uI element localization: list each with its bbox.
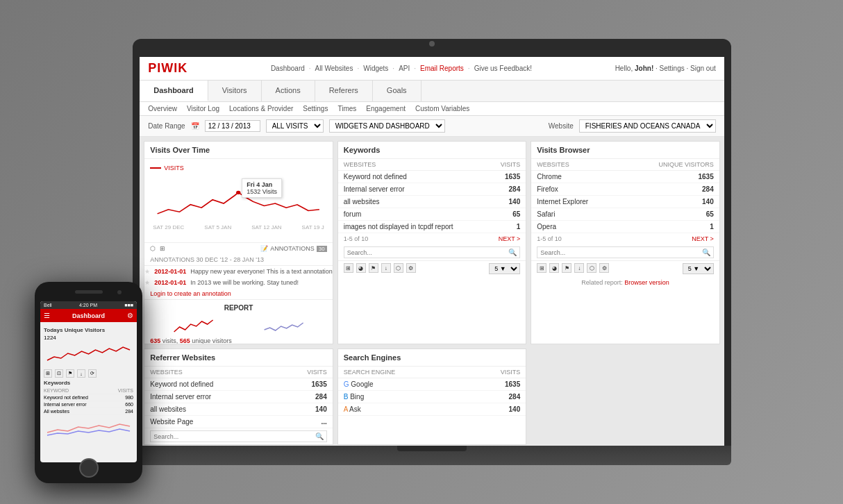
calendar-icon: 📅 bbox=[191, 122, 199, 130]
search-engine-row-2: B Bing 284 bbox=[338, 391, 526, 403]
subnav-engagement[interactable]: Engagement bbox=[366, 105, 406, 112]
nav-all-websites[interactable]: All Websites bbox=[315, 65, 353, 72]
ask-icon: A bbox=[344, 405, 348, 413]
report-section: REPORT bbox=[144, 299, 333, 344]
settings-link[interactable]: Settings bbox=[660, 65, 685, 72]
browser-search-bar: 🔍 bbox=[537, 246, 714, 258]
keywords-next[interactable]: NEXT > bbox=[499, 235, 521, 242]
piwik-logo: PIWIK bbox=[148, 61, 187, 76]
tab-dashboard[interactable]: Dashboard bbox=[140, 81, 208, 101]
phone-home-button[interactable] bbox=[79, 458, 99, 478]
keywords-search-input[interactable] bbox=[347, 249, 509, 256]
browser-col-header: WEBSITES UNIQUE VISITORS bbox=[531, 159, 719, 171]
visits-filter[interactable]: ALL VISITS bbox=[266, 119, 324, 133]
icon-flag[interactable]: ⚑ bbox=[369, 263, 378, 273]
annotation-icon: 📝 bbox=[260, 245, 268, 252]
nav-feedback[interactable]: Give us Feedback! bbox=[474, 65, 532, 72]
visits-over-time-title: Visits Over Time bbox=[144, 142, 333, 159]
referrer-search-input[interactable] bbox=[153, 433, 315, 440]
annotation-item-2: ★ 2012-01-01 In 2013 we will be working.… bbox=[144, 277, 333, 288]
phone-kw-row-1: Keyword not defined 980 bbox=[44, 394, 133, 401]
browser-search-icon: 🔍 bbox=[702, 249, 710, 256]
annotation-login: Login to create an annotation bbox=[144, 288, 333, 299]
keywords-row-2: Internal server error 284 bbox=[338, 183, 526, 196]
referrer-row-3: all websites 140 bbox=[144, 403, 333, 416]
keywords-row-3: all websites 140 bbox=[338, 196, 526, 208]
search-engines-widget: Search Engines SEARCH ENGINE VISITS G Go… bbox=[337, 348, 527, 445]
b-icon-share[interactable]: ⬡ bbox=[587, 263, 596, 273]
laptop-device: PIWIK Dashboard · All Websites · Widgets… bbox=[133, 39, 731, 465]
referrer-search-icon: 🔍 bbox=[315, 432, 324, 440]
keywords-col-header: WEBSITES VISITS bbox=[338, 159, 526, 171]
browser-next[interactable]: NEXT > bbox=[692, 235, 714, 242]
annotation-item-1: ★ 2012-01-01 Happy new year everyone! Th… bbox=[144, 266, 333, 277]
top-navigation: PIWIK Dashboard · All Websites · Widgets… bbox=[140, 57, 724, 81]
icon-gear[interactable]: ⚙ bbox=[406, 263, 416, 273]
tab-referers[interactable]: Referers bbox=[315, 81, 373, 101]
tab-goals[interactable]: Goals bbox=[373, 81, 422, 101]
browser-row-2: Firefox 284 bbox=[531, 183, 719, 196]
visits-browser-widget: Visits Browser WEBSITES UNIQUE VISITORS … bbox=[531, 141, 720, 344]
tab-visitors[interactable]: Visitors bbox=[208, 81, 262, 101]
rows-per-page-select[interactable]: 5 ▼ bbox=[489, 263, 520, 274]
subnav-custom-vars[interactable]: Custom Variables bbox=[415, 105, 469, 112]
visits-chart: VISITS Fri 4 Jan 1532 Visits bbox=[144, 159, 333, 242]
nav-dashboard[interactable]: Dashboard bbox=[271, 65, 305, 72]
b-icon-flag[interactable]: ⚑ bbox=[562, 263, 571, 273]
phone-nav: ☰ Dashboard ⚙ bbox=[40, 309, 137, 322]
referrer-row-4: Website Page ... bbox=[144, 416, 333, 428]
keywords-footer: 1-5 of 10 NEXT > bbox=[338, 233, 526, 244]
date-input[interactable] bbox=[205, 120, 260, 132]
create-annotation-link[interactable]: Login to create an annotation bbox=[150, 290, 231, 297]
keywords-title: Keywords bbox=[338, 142, 526, 159]
subnav-locations[interactable]: Locations & Provider bbox=[229, 105, 293, 112]
subnav-overview[interactable]: Overview bbox=[148, 105, 177, 112]
top-nav-links: Dashboard · All Websites · Widgets · API… bbox=[271, 65, 532, 72]
phone-bottom-chart bbox=[44, 417, 133, 438]
phone-kw-col1: KEYWORD bbox=[44, 388, 69, 393]
b-icon-pie[interactable]: ◕ bbox=[549, 263, 559, 273]
b-icon-gear[interactable]: ⚙ bbox=[599, 263, 609, 273]
phone-keywords-title: Keywords bbox=[44, 380, 133, 386]
subnav-visitor-log[interactable]: Visitor Log bbox=[187, 105, 219, 112]
table-icon[interactable]: ⊞ bbox=[160, 245, 165, 252]
keywords-search-bar: 🔍 bbox=[344, 246, 521, 258]
phone-time: 4:20 PM bbox=[79, 303, 97, 308]
laptop-hinge bbox=[397, 446, 467, 451]
signout-link[interactable]: Sign out bbox=[690, 65, 716, 72]
browser-row-4: Safari 65 bbox=[531, 208, 719, 221]
chart-tooltip: Fri 4 Jan 1532 Visits bbox=[242, 178, 282, 198]
browser-version-link[interactable]: Browser version bbox=[624, 279, 669, 286]
phone-today-count: 1224 bbox=[44, 335, 56, 341]
subnav-settings[interactable]: Settings bbox=[303, 105, 328, 112]
visits-browser-title: Visits Browser bbox=[531, 142, 719, 159]
phone-kw-row-2: Internal server error 660 bbox=[44, 401, 133, 408]
laptop-camera bbox=[429, 41, 435, 47]
subnav-times[interactable]: Times bbox=[337, 105, 356, 112]
referrer-row-2: Internal server error 284 bbox=[144, 391, 333, 403]
icon-share[interactable]: ⬡ bbox=[394, 263, 403, 273]
icon-table[interactable]: ⊞ bbox=[344, 263, 353, 273]
nav-widgets[interactable]: Widgets bbox=[363, 65, 388, 72]
nav-email-reports[interactable]: Email Reports bbox=[420, 65, 464, 72]
keywords-row-5: images not displayed in tcpdf report 1 bbox=[338, 221, 526, 233]
user-info: Hello, John! · Settings · Sign out bbox=[615, 65, 716, 72]
tab-actions[interactable]: Actions bbox=[262, 81, 315, 101]
share-icon[interactable]: ⬡ bbox=[150, 245, 156, 252]
browser-widget-icons: ⊞ ◕ ⚑ ↓ ⬡ ⚙ 5 ▼ bbox=[531, 260, 719, 276]
referrer-search-bar: 🔍 bbox=[150, 430, 327, 442]
phone-mini-chart bbox=[44, 343, 133, 367]
dashboard-filter[interactable]: WIDGETS AND DASHBOARD bbox=[329, 119, 445, 133]
website-select[interactable]: FISHERIES AND OCEANS CANADA bbox=[579, 119, 716, 133]
nav-api[interactable]: API bbox=[399, 65, 410, 72]
b-icon-download[interactable]: ↓ bbox=[574, 263, 584, 273]
search-icon: 🔍 bbox=[508, 249, 517, 256]
icon-download[interactable]: ↓ bbox=[381, 263, 391, 273]
browser-search-input[interactable] bbox=[540, 249, 702, 256]
annotations-count: 30 bbox=[317, 246, 327, 252]
b-rows-per-page[interactable]: 5 ▼ bbox=[683, 263, 714, 274]
icon-pie[interactable]: ◕ bbox=[356, 263, 366, 273]
b-icon-table[interactable]: ⊞ bbox=[537, 263, 546, 273]
visits-over-time-widget: Visits Over Time VISITS Fri 4 Jan bbox=[144, 141, 333, 344]
phone-speaker bbox=[75, 290, 103, 294]
